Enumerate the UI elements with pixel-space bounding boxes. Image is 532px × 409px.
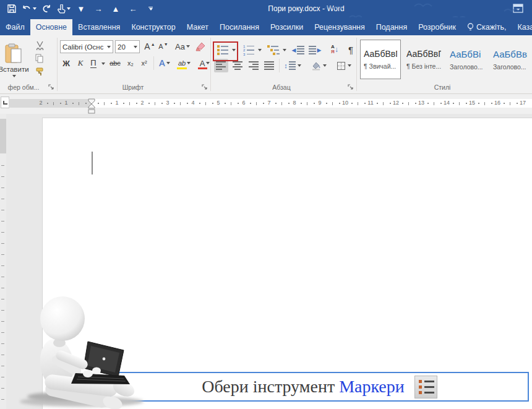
ruler-number: 15 bbox=[469, 100, 475, 106]
show-paragraph-marks-button[interactable]: ¶ bbox=[344, 41, 358, 58]
ruler-number: 10 bbox=[342, 100, 348, 106]
tab-file[interactable]: Файл bbox=[0, 19, 30, 35]
increase-indent-icon[interactable]: ▶ bbox=[307, 43, 322, 58]
ruler-number: 7 bbox=[267, 100, 270, 106]
underline-dropdown-icon[interactable] bbox=[101, 62, 105, 65]
ruler-dot bbox=[187, 103, 188, 104]
ribbon-display-options-icon[interactable] bbox=[513, 4, 523, 15]
superscript-button[interactable]: x² bbox=[137, 56, 151, 70]
font-size-combo[interactable]: 20 bbox=[115, 40, 140, 53]
tab-home[interactable]: Основне bbox=[30, 19, 72, 35]
clipboard-dialog-launcher-icon[interactable] bbox=[48, 84, 56, 92]
borders-button[interactable] bbox=[333, 59, 355, 72]
tab-view[interactable]: Подання bbox=[371, 19, 413, 35]
clear-formatting-icon[interactable] bbox=[193, 39, 208, 54]
ruler-tick bbox=[332, 102, 333, 105]
bullets-dropdown-icon[interactable] bbox=[232, 49, 236, 51]
font-dialog-launcher-icon[interactable] bbox=[202, 84, 209, 92]
style-no-spacing[interactable]: АаБбВвГг,¶ Без інте... bbox=[403, 40, 444, 79]
ruler-tick bbox=[129, 102, 130, 105]
tab-tellme[interactable]: Скажіть, bbox=[461, 19, 512, 35]
style-heading2[interactable]: АаБбВвГЗаголово... bbox=[490, 40, 531, 79]
tab-tellme-label: Скажіть, bbox=[476, 19, 507, 35]
align-center-button[interactable] bbox=[230, 59, 244, 72]
ruler-dot bbox=[478, 103, 479, 104]
callout-text: Обери інструмент Маркери bbox=[202, 377, 405, 397]
ruler-dot bbox=[212, 103, 213, 104]
clipboard-group-label: фер обм... bbox=[0, 84, 51, 91]
ruler-tick bbox=[155, 102, 155, 105]
subscript-button[interactable]: x₂ bbox=[124, 56, 137, 70]
document-area: Обери інструмент Маркери bbox=[0, 114, 532, 409]
text-cursor bbox=[92, 152, 93, 174]
ruler-tick bbox=[205, 102, 206, 105]
change-case-button[interactable]: Aa bbox=[173, 40, 192, 53]
shading-button[interactable] bbox=[307, 59, 330, 72]
callout-text-box[interactable]: Обери інструмент Маркери bbox=[110, 372, 529, 402]
tab-insert[interactable]: Вставлення bbox=[72, 19, 126, 35]
strikethrough-button[interactable]: abc bbox=[106, 56, 124, 70]
paint-bucket-icon bbox=[311, 61, 322, 71]
style-normal[interactable]: АаБбВвГг,¶ Звичай... bbox=[360, 40, 401, 79]
indent-markers[interactable] bbox=[87, 98, 96, 114]
shrink-font-button[interactable]: А▼ bbox=[157, 40, 169, 53]
bullets-tool-icon[interactable] bbox=[414, 376, 437, 398]
ruler-margin-number: 1 bbox=[64, 100, 67, 106]
ruler-tick bbox=[180, 102, 181, 105]
title-bar: ▼ → ▲ ← Пори року.docx - Word bbox=[0, 0, 532, 17]
multilevel-dropdown-icon[interactable] bbox=[283, 49, 286, 51]
paste-button[interactable]: Вставити bbox=[0, 38, 30, 82]
ribbon-tab-bar: ФайлОсновнеВставленняКонструкторМакетПос… bbox=[0, 17, 532, 35]
decrease-indent-icon[interactable]: ◀ bbox=[291, 43, 306, 58]
ruler-dot bbox=[47, 103, 48, 104]
format-painter-icon[interactable] bbox=[32, 65, 47, 77]
style-heading2-label: Заголово... bbox=[493, 63, 528, 71]
clipart-figure-image[interactable] bbox=[19, 290, 150, 409]
highlight-color-bar bbox=[177, 67, 187, 70]
save-icon[interactable] bbox=[4, 1, 20, 16]
sort-icon[interactable]: АЯ ↓ bbox=[327, 41, 343, 58]
undo-icon[interactable] bbox=[21, 1, 37, 16]
text-highlight-button[interactable]: ab bbox=[175, 56, 194, 70]
copy-icon[interactable] bbox=[32, 52, 47, 64]
bullets-button[interactable] bbox=[215, 43, 230, 58]
ruler-dot bbox=[174, 103, 175, 104]
separator bbox=[153, 56, 154, 70]
ruler-number: 3 bbox=[166, 100, 169, 106]
line-spacing-button[interactable]: ↕ bbox=[282, 59, 303, 72]
text-effects-button[interactable]: А bbox=[156, 56, 173, 70]
tab-developer[interactable]: Розробник bbox=[413, 19, 461, 35]
redo-icon[interactable] bbox=[38, 1, 54, 16]
tab-mailings[interactable]: Розсилки bbox=[265, 19, 309, 35]
underline-button[interactable]: П bbox=[87, 56, 100, 70]
ruler-dot bbox=[85, 103, 87, 104]
grow-font-button[interactable]: А▲ bbox=[143, 40, 157, 53]
paragraph-dialog-launcher-icon[interactable] bbox=[348, 84, 355, 92]
style-heading1[interactable]: АаБбВіЗаголово... bbox=[447, 40, 487, 79]
tab-stop-selector[interactable] bbox=[1, 97, 9, 108]
cut-icon[interactable] bbox=[32, 39, 47, 51]
justify-button[interactable] bbox=[262, 59, 277, 72]
ruler-number: 11 bbox=[367, 100, 373, 106]
touch-mode-icon[interactable] bbox=[56, 1, 72, 16]
font-name-combo[interactable]: Calibri (Оснс bbox=[60, 40, 113, 53]
ruler-number: 14 bbox=[444, 100, 450, 106]
tab-design[interactable]: Конструктор bbox=[126, 19, 181, 35]
tab-layout[interactable]: Макет bbox=[181, 19, 214, 35]
ruler-dot bbox=[60, 103, 61, 104]
tab-review[interactable]: Рецензування bbox=[309, 19, 370, 35]
ruler-dot bbox=[111, 103, 112, 104]
numbering-button[interactable]: 123 bbox=[241, 43, 256, 58]
align-left-button[interactable] bbox=[214, 59, 228, 72]
multilevel-list-button[interactable] bbox=[266, 43, 281, 58]
tab-references[interactable]: Посилання bbox=[214, 19, 265, 35]
ruler-dot bbox=[466, 103, 467, 104]
align-right-button[interactable] bbox=[246, 59, 260, 72]
font-color-button[interactable]: А bbox=[195, 56, 214, 70]
numbering-dropdown-icon[interactable] bbox=[258, 49, 262, 51]
ruler-tick bbox=[459, 102, 460, 105]
bold-button[interactable]: Ж bbox=[59, 56, 73, 70]
ruler-dot bbox=[364, 103, 366, 104]
tab-account[interactable]: Казанцев... bbox=[512, 19, 532, 35]
italic-button[interactable]: К bbox=[74, 56, 87, 70]
